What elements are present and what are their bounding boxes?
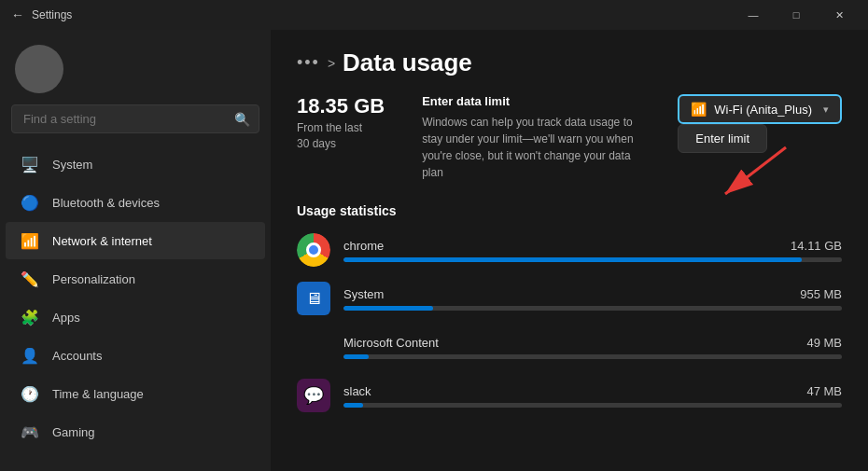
- sidebar-item-bluetooth[interactable]: 🔵 Bluetooth & devices: [6, 184, 265, 221]
- search-input[interactable]: [11, 104, 259, 133]
- list-item: 💬 slack 47 MB: [297, 379, 842, 412]
- progress-bar-bg: [343, 257, 842, 262]
- enter-limit-section: Enter data limit Windows can help you tr…: [422, 94, 640, 181]
- app-usage-details: System 955 MB: [343, 287, 842, 311]
- usage-row: Microsoft Content 49 MB: [343, 336, 842, 350]
- sidebar-item-label: Gaming: [52, 425, 95, 439]
- sidebar-item-personalization[interactable]: ✏️ Personalization: [6, 260, 265, 298]
- microsoft-icon: [297, 330, 330, 364]
- app-name: chrome: [343, 239, 384, 253]
- usage-statistics: Usage statistics chrome 14.11 GB: [297, 203, 842, 412]
- sidebar-item-network[interactable]: 📶 Network & internet: [6, 222, 265, 259]
- data-total: 18.35 GB From the last 30 days: [297, 94, 385, 152]
- chrome-icon: [297, 233, 330, 267]
- data-period: From the last 30 days: [297, 120, 385, 152]
- avatar: [15, 45, 63, 93]
- breadcrumb: ••• > Data usage: [297, 48, 842, 77]
- data-amount: 18.35 GB: [297, 94, 385, 118]
- app-size: 14.11 GB: [791, 239, 842, 253]
- search-icon: 🔍: [234, 112, 250, 127]
- sidebar: 🔍 🖥️ System 🔵 Bluetooth & devices 📶 Netw…: [0, 30, 271, 471]
- profile-section: [0, 30, 271, 104]
- list-item: 🖥 System 955 MB: [297, 282, 842, 315]
- slack-icon: 💬: [297, 379, 330, 412]
- app-name: Microsoft Content: [343, 336, 439, 350]
- sidebar-item-label: Network & internet: [52, 234, 152, 248]
- time-icon: 🕐: [21, 384, 39, 403]
- close-button[interactable]: ✕: [818, 0, 861, 30]
- app-size: 47 MB: [806, 384, 842, 398]
- sidebar-item-apps[interactable]: 🧩 Apps: [6, 298, 265, 336]
- titlebar: ← Settings — □ ✕: [0, 0, 868, 30]
- usage-row: System 955 MB: [343, 287, 842, 301]
- sidebar-nav: 🖥️ System 🔵 Bluetooth & devices 📶 Networ…: [0, 145, 271, 471]
- sidebar-item-label: Time & language: [52, 387, 144, 401]
- sidebar-item-accounts[interactable]: 👤 Accounts: [6, 337, 265, 374]
- app-name: slack: [343, 384, 371, 398]
- accounts-icon: 👤: [21, 346, 39, 365]
- top-section: 18.35 GB From the last 30 days Enter dat…: [297, 94, 842, 181]
- app-usage-details: Microsoft Content 49 MB: [343, 336, 842, 359]
- system-icon: 🖥️: [21, 155, 39, 173]
- titlebar-left: ← Settings: [11, 7, 72, 22]
- chevron-down-icon: ▾: [823, 104, 829, 116]
- main-container: 🔍 🖥️ System 🔵 Bluetooth & devices 📶 Netw…: [0, 30, 868, 471]
- progress-bar-bg: [343, 354, 842, 359]
- app-size: 955 MB: [800, 287, 842, 301]
- enter-limit-button[interactable]: Enter limit: [678, 124, 767, 153]
- network-icon: 📶: [21, 231, 39, 250]
- progress-bar-fill: [343, 306, 433, 311]
- list-item: Microsoft Content 49 MB: [297, 330, 842, 364]
- sidebar-item-label: Bluetooth & devices: [52, 196, 160, 210]
- apps-icon: 🧩: [21, 308, 39, 326]
- usage-row: chrome 14.11 GB: [343, 239, 842, 253]
- sidebar-item-label: Apps: [52, 311, 80, 325]
- progress-bar-bg: [343, 403, 842, 408]
- progress-bar-fill: [343, 403, 363, 408]
- app-name: System: [343, 287, 384, 301]
- sidebar-item-system[interactable]: 🖥️ System: [6, 145, 265, 183]
- wifi-label: Wi-Fi (Anita_Plus): [714, 103, 812, 117]
- personalization-icon: ✏️: [21, 270, 39, 288]
- usage-row: slack 47 MB: [343, 384, 842, 398]
- sidebar-item-label: Personalization: [52, 272, 135, 286]
- sidebar-item-label: System: [52, 158, 92, 172]
- list-item: chrome 14.11 GB: [297, 233, 842, 267]
- enter-limit-desc: Windows can help you track data usage to…: [422, 114, 640, 181]
- minimize-button[interactable]: —: [732, 0, 775, 30]
- back-button[interactable]: ←: [11, 7, 24, 22]
- gaming-icon: 🎮: [21, 423, 39, 441]
- usage-stats-title: Usage statistics: [297, 203, 842, 218]
- app-usage-details: chrome 14.11 GB: [343, 239, 842, 262]
- system-app-icon: 🖥: [297, 282, 330, 315]
- app-title: Settings: [32, 8, 72, 21]
- sidebar-item-label: Accounts: [52, 349, 102, 363]
- sidebar-item-gaming[interactable]: 🎮 Gaming: [6, 413, 265, 450]
- app-size: 49 MB: [806, 336, 842, 350]
- content-area: ••• > Data usage 18.35 GB From the last …: [271, 30, 868, 471]
- breadcrumb-dots[interactable]: •••: [297, 53, 320, 73]
- breadcrumb-separator: >: [328, 56, 335, 71]
- enter-limit-title: Enter data limit: [422, 94, 640, 108]
- window-controls: — □ ✕: [732, 0, 861, 30]
- app-usage-details: slack 47 MB: [343, 384, 842, 408]
- search-container: 🔍: [11, 104, 259, 133]
- progress-bar-fill: [343, 257, 802, 262]
- bluetooth-icon: 🔵: [21, 193, 39, 212]
- svg-line-1: [725, 147, 786, 194]
- progress-bar-bg: [343, 306, 842, 311]
- wifi-dropdown[interactable]: 📶 Wi-Fi (Anita_Plus) ▾: [678, 94, 842, 124]
- wifi-icon: 📶: [691, 102, 707, 117]
- sidebar-item-time[interactable]: 🕐 Time & language: [6, 375, 265, 412]
- page-title: Data usage: [343, 48, 472, 77]
- right-controls: 📶 Wi-Fi (Anita_Plus) ▾ Enter limit: [678, 94, 842, 153]
- maximize-button[interactable]: □: [775, 0, 818, 30]
- progress-bar-fill: [343, 354, 369, 359]
